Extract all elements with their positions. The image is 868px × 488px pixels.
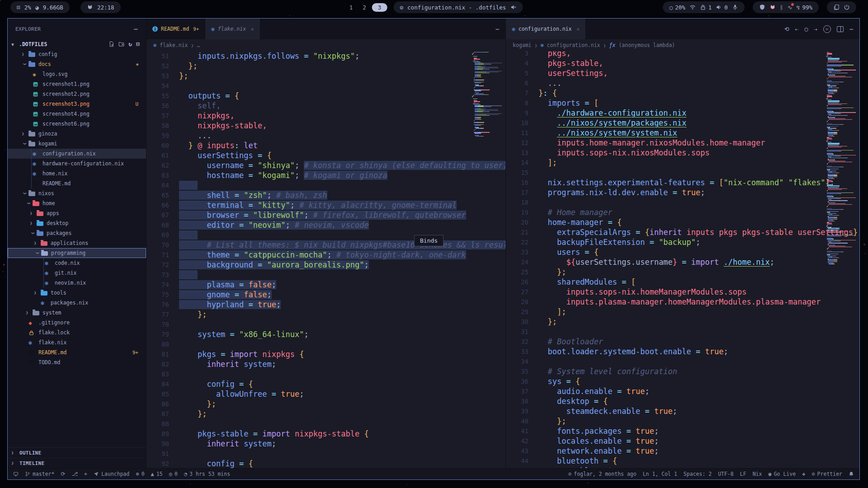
code-line-63[interactable]: 63 hostname = "kogami"; # kogami or gino… (146, 170, 505, 180)
breadcrumb-left[interactable]: ✻ flake.nix ❯ … (146, 39, 505, 51)
signal[interactable]: ∿ (788, 5, 793, 10)
code-line-52[interactable]: 52 }; (146, 61, 505, 71)
code-line-22[interactable]: 22 backupFileExtension = "backup"; (506, 237, 859, 247)
code-line-44[interactable]: 44 bluetooth = { (506, 456, 859, 466)
encoding-button[interactable]: UTF-8 (718, 471, 734, 477)
go-live-button[interactable]: ◉Go Live (768, 471, 796, 477)
tab-readme[interactable]: i README.md 9+ (146, 19, 205, 39)
workspace-2[interactable]: 2 (359, 3, 370, 12)
sync-button[interactable]: ⟳ (61, 471, 65, 477)
power[interactable] (844, 4, 850, 10)
chevron-down-icon[interactable]: ❯ (27, 200, 31, 207)
tree-item-screenshot6.png[interactable]: screenshot6.png (8, 119, 146, 129)
code-line-8[interactable]: 8 imports = [ (506, 98, 859, 108)
tree-item-neovim.nix[interactable]: ✻neovim.nix (8, 278, 146, 288)
code-line-42[interactable]: 42 locales.enable = true; (506, 436, 859, 446)
nav-back-icon[interactable]: ⇠ (795, 26, 799, 33)
volume[interactable]: 0 (716, 4, 728, 11)
code-line-67[interactable]: 67 browser = "librewolf"; # firefox, lib… (146, 210, 505, 220)
chevron-right-icon[interactable]: ❯ (25, 310, 33, 315)
code-line-82[interactable]: 82 inherit system; (146, 359, 505, 369)
git-graph-button[interactable]: ⎇ (72, 471, 78, 477)
code-line-92[interactable]: 92 config = { (146, 459, 505, 468)
clock-pill[interactable]: 22:18 (80, 1, 121, 13)
tree-item-config[interactable]: ❯config (8, 49, 146, 59)
code-line-40[interactable]: 40 }; (506, 416, 859, 426)
microphone[interactable] (732, 4, 738, 10)
nav-forward-icon[interactable]: ⇢ (814, 26, 817, 33)
tree-item-screenshot3.png[interactable]: screenshot3.pngU (8, 99, 146, 109)
close-icon[interactable]: ✕ (577, 26, 580, 32)
bluetooth[interactable]: ᛒ (780, 5, 783, 10)
code-line-41[interactable]: 41 fonts.packages = true; (506, 426, 859, 436)
code-line-58[interactable]: 58 nixpkgs-stable, (146, 121, 505, 131)
breadcrumb-right[interactable]: kogami ❯ ✻ configuration.nix ❯ ƒx (anony… (506, 39, 859, 51)
collapse-all-icon[interactable]: ⊟ (136, 41, 140, 47)
circle-icon[interactable]: ◯ (805, 26, 808, 33)
code-line-5[interactable]: 5 userSettings, (506, 68, 859, 78)
code-line-36[interactable]: 36 sys = { (506, 376, 859, 386)
minimap[interactable] (826, 52, 856, 264)
keyboard-lock[interactable]: 1 (700, 4, 712, 11)
code-line-11[interactable]: 11 ../nixos/system/system.nix (506, 128, 859, 138)
chevron-down-icon[interactable]: ❯ (23, 61, 27, 68)
language-mode-button[interactable]: Nix (753, 471, 762, 477)
tree-item-hardware-configuration.nix[interactable]: ✻hardware-configuration.nix (8, 159, 146, 169)
time-tracker-button[interactable]: ◔3 hrs 53 mins (184, 471, 230, 477)
code-line-56[interactable]: 56 self, (146, 101, 505, 111)
ports-button[interactable]: ◎0 (169, 471, 178, 477)
code-line-31[interactable]: 31 (506, 327, 859, 337)
indentation-button[interactable]: Spaces: 2 (684, 471, 712, 477)
code-line-64[interactable]: 64 (146, 180, 505, 190)
tree-item-docs[interactable]: ❯docs● (8, 59, 146, 69)
tree-item-home[interactable]: ❯home (8, 198, 146, 208)
code-editor-configuration-nix[interactable]: 3 pkgs,4 pkgs-stable,5 userSettings,6 ..… (506, 51, 859, 468)
close-icon[interactable]: ✕ (251, 26, 254, 32)
code-line-77[interactable]: 77 }; (146, 310, 505, 319)
tree-item-readme.md[interactable]: iREADME.md9+ (8, 347, 146, 357)
chevron-down-icon[interactable]: ❯ (23, 190, 27, 197)
tree-item-tools[interactable]: ❯tools (8, 288, 146, 298)
chevron-right-icon[interactable]: ❯ (29, 211, 37, 216)
code-line-29[interactable]: 29 ]; (506, 307, 859, 317)
git-branch-button[interactable]: master* (25, 471, 54, 477)
tree-item-configuration.nix[interactable]: ✻configuration.nix (8, 149, 146, 159)
new-file-icon[interactable] (108, 41, 114, 47)
workspace-1[interactable]: 1 (345, 3, 357, 12)
code-line-34[interactable]: 34 (506, 357, 859, 366)
errors-button[interactable]: ⊗0 (136, 471, 144, 477)
tree-item-screenshot2.png[interactable]: screenshot2.png (8, 89, 146, 99)
code-line-69[interactable]: 69 (146, 230, 505, 240)
tree-item-code.nix[interactable]: ✻code.nix (8, 258, 146, 268)
code-line-43[interactable]: 43 network.enable = true; (506, 446, 859, 456)
git-blame-button[interactable]: ⊘foglar, 2 months ago (568, 471, 637, 477)
run-icon[interactable]: ▷ (823, 25, 831, 33)
code-line-86[interactable]: 86 }; (146, 399, 505, 409)
tree-item-nixos[interactable]: ❯nixos (8, 188, 146, 198)
code-line-9[interactable]: 9 ./hardware-configuration.nix (506, 108, 859, 118)
outline-section[interactable]: ❯ OUTLINE (8, 447, 146, 458)
workspace-3[interactable]: 3 (372, 3, 387, 12)
tree-item-programming[interactable]: ❯programming (8, 248, 146, 258)
window-title-pill[interactable]: ⚙ configuration.nix - .dotfiles (393, 1, 523, 13)
code-line-21[interactable]: 21 extraSpecialArgs = {inherit inputs pk… (506, 227, 859, 237)
code-line-83[interactable]: 83 (146, 369, 505, 379)
split-editor-icon[interactable] (837, 26, 844, 32)
tree-item-system[interactable]: ❯system (8, 308, 146, 318)
code-line-14[interactable]: 14 ]; (506, 158, 859, 168)
code-line-55[interactable]: 55 outputs = { (146, 91, 505, 101)
code-line-60[interactable]: 60 } @ inputs: let (146, 141, 505, 150)
code-line-38[interactable]: 38 desktop = { (506, 396, 859, 406)
code-line-73[interactable]: 73 (146, 270, 505, 280)
status-tray-pill[interactable]: ○20%10 (663, 1, 744, 13)
chevron-down-icon[interactable]: ❯ (31, 230, 35, 237)
code-line-91[interactable]: 91 (146, 449, 505, 459)
extension-button[interactable]: ❖ (802, 471, 805, 477)
battery-charging[interactable]: ↯99% (797, 4, 812, 11)
tree-item-ginoza[interactable]: ❯ginoza (8, 129, 146, 139)
code-line-80[interactable]: 80 (146, 339, 505, 349)
code-line-61[interactable]: 61 userSettings = { (146, 150, 505, 160)
warnings-button[interactable]: ▲15 (151, 471, 163, 477)
code-line-35[interactable]: 35 # System level configuration (506, 366, 859, 376)
code-line-74[interactable]: 74 plasma = false; (146, 280, 505, 290)
